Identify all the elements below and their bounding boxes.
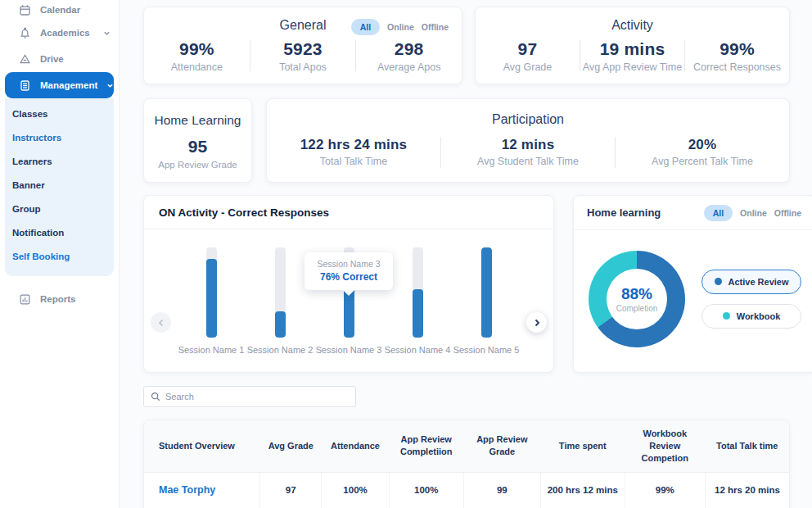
dashboard-page: Calendar Academics Drive Management Clas… <box>0 0 812 508</box>
cell-workbook-review-completion: 99% <box>625 472 706 508</box>
sidebar-item-notification[interactable]: Notification <box>5 220 114 244</box>
stat-value: 20% <box>616 137 789 153</box>
bar-track[interactable] <box>275 247 286 338</box>
col-app-review-grade[interactable]: App Review Grade <box>463 420 541 472</box>
col-avg-grade[interactable]: Avg Grade <box>260 420 322 472</box>
stat-avg-app-review-time: 19 mins Avg App Review Time <box>580 39 684 73</box>
sidebar-item-label: Academics <box>40 28 90 38</box>
table-header-row: Student Overview Avg Grade Attendance Ap… <box>144 420 789 472</box>
col-student-overview[interactable]: Student Overview <box>144 420 260 472</box>
table-row[interactable]: Mae Torphy 97 100% 100% 99 200 hrs 12 mi… <box>144 472 789 508</box>
sidebar-item-group[interactable]: Group <box>5 197 114 220</box>
tooltip-title: Session Name 3 <box>308 259 390 269</box>
donut-center: 88% Completion <box>607 269 667 329</box>
chart-next-button[interactable] <box>526 312 547 333</box>
bar-label: Session Name 5 <box>453 345 520 355</box>
participation-title: Participation <box>267 112 789 127</box>
legend-label: Active Review <box>729 277 789 287</box>
sidebar-item-academics[interactable]: Academics <box>0 20 119 46</box>
stat-value: 19 mins <box>580 39 684 59</box>
bar-track[interactable] <box>206 247 217 338</box>
tooltip-value: 76% Correct <box>308 271 390 283</box>
donut-toggle: All Online Offline <box>704 205 801 221</box>
stat-total-apos: 5923 Total Apos <box>250 39 356 73</box>
calendar-icon <box>19 4 31 16</box>
toggle-online-button[interactable]: Online <box>387 22 414 32</box>
chart-prev-button[interactable] <box>151 312 171 333</box>
sub-item-label: Banner <box>12 180 45 190</box>
general-toggle: All Online Offline <box>351 19 449 35</box>
stat-value: 99% <box>144 39 250 59</box>
stat-label: Avg Grade <box>476 61 580 73</box>
bar-fill <box>413 289 423 338</box>
workbook-dot-icon <box>723 312 730 320</box>
sub-item-label: Notification <box>12 228 64 238</box>
stat-label: Total Apos <box>250 61 356 73</box>
stat-label: Total Talk Time <box>267 156 440 167</box>
sidebar-item-learners[interactable]: Learners <box>5 149 114 173</box>
stat-label: Average Apos <box>356 61 462 73</box>
sidebar-item-instructors[interactable]: Instructors <box>5 125 114 149</box>
legend-workbook-button[interactable]: Workbook <box>701 304 801 329</box>
col-attendance[interactable]: Attendance <box>322 420 390 472</box>
home-learning-value: 95 <box>144 137 251 156</box>
completion-donut: 88% Completion <box>589 251 685 347</box>
stat-value: 5923 <box>250 39 356 59</box>
bar-group: Session Name 4 <box>383 247 452 355</box>
sub-item-label: Group <box>12 204 41 214</box>
bar-label: Session Name 4 <box>385 345 451 355</box>
sidebar-item-self-booking[interactable]: Self Booking <box>5 244 114 268</box>
col-total-talk-time[interactable]: Total Talk time <box>706 420 789 472</box>
legend-label: Workbook <box>737 311 781 321</box>
management-submenu: Classes Instructors Learners Banner Grou… <box>5 98 114 276</box>
home-learning-donut-card: Home learning All Online Offline 88% Com… <box>573 195 812 373</box>
sidebar-item-classes[interactable]: Classes <box>5 102 114 125</box>
stat-avg-percent-talk-time: 20% Avg Percent Talk Time <box>616 137 789 167</box>
participation-card: Participation 122 hrs 24 mins Total Talk… <box>266 98 790 183</box>
completion-label: Completion <box>616 304 658 313</box>
stat-value: 97 <box>476 39 580 59</box>
col-app-review-completion[interactable]: App Review Completiion <box>389 420 463 472</box>
search-input[interactable] <box>165 392 349 401</box>
student-name-link[interactable]: Mae Torphy <box>144 472 260 508</box>
active-review-dot-icon <box>715 278 722 285</box>
sidebar: Calendar Academics Drive Management Clas… <box>0 0 120 508</box>
main-content: General All Online Offline 99% Attendanc… <box>120 0 812 508</box>
home-learning-card: Home Learning 95 App Review Grade <box>143 98 252 183</box>
sidebar-item-calendar[interactable]: Calendar <box>0 0 119 20</box>
legend-active-review-button[interactable]: Active Review <box>701 270 801 294</box>
sidebar-item-reports[interactable]: Reports <box>0 286 119 312</box>
toggle-all-button[interactable]: All <box>704 205 733 221</box>
stat-average-apos: 298 Average Apos <box>356 39 462 73</box>
col-workbook-review-completion[interactable]: Workbook Review Competion <box>625 420 706 472</box>
stat-value: 12 mins <box>441 137 615 153</box>
bar-label: Session Name 1 <box>178 345 245 355</box>
sub-item-label: Self Booking <box>12 252 70 261</box>
sidebar-item-label: Calendar <box>40 5 80 15</box>
sidebar-item-drive[interactable]: Drive <box>0 46 119 72</box>
toggle-offline-button[interactable]: Offline <box>774 208 801 218</box>
stat-value: 99% <box>685 39 789 59</box>
stat-label: Attendance <box>144 61 250 73</box>
stat-avg-grade: 97 Avg Grade <box>476 39 580 73</box>
cell-time-spent: 200 hrs 12 mins <box>541 472 625 508</box>
sidebar-item-label: Management <box>40 80 97 90</box>
bar-track[interactable] <box>413 247 423 338</box>
toggle-offline-button[interactable]: Offline <box>422 22 449 32</box>
stat-total-talk-time: 122 hrs 24 mins Total Talk Time <box>267 137 440 167</box>
sidebar-item-banner[interactable]: Banner <box>5 173 114 197</box>
search-icon <box>151 392 160 401</box>
activity-card: Activity 97 Avg Grade 19 mins Avg App Re… <box>475 7 790 84</box>
col-time-spent[interactable]: Time spent <box>541 420 625 472</box>
bar-group: Session Name 3 Session Name 3 76% Correc… <box>314 247 383 355</box>
sidebar-item-management[interactable]: Management <box>5 72 114 98</box>
sub-item-label: Classes <box>12 109 47 119</box>
toggle-all-button[interactable]: All <box>351 19 380 35</box>
home-learning-label: App Review Grade <box>144 160 251 170</box>
chart-tooltip: Session Name 3 76% Correct <box>304 252 393 290</box>
bar-group: Session Name 5 <box>452 247 521 355</box>
toggle-online-button[interactable]: Online <box>740 208 767 218</box>
stat-label: Avg App Review Time <box>580 61 684 73</box>
report-chart-icon <box>19 293 31 306</box>
bar-track[interactable] <box>481 247 492 338</box>
